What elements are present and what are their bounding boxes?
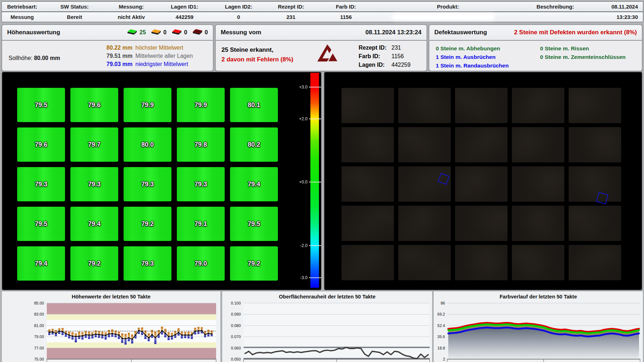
- colorbar-tick: -2.0: [300, 243, 321, 248]
- defekt-panel-header: Defektauswertung 2 Steine mit Defekten w…: [429, 25, 642, 41]
- defekt-list-right: 0 Steine m. Rissen0 Steine m. Zementeins…: [540, 44, 625, 61]
- stone-tile: 79.1: [177, 207, 225, 241]
- sollhoehe-value: 80.00 mm: [34, 55, 60, 61]
- stat-row: 79.03 mmniedrigster Mittelwert: [93, 60, 193, 68]
- camera-stone: [455, 245, 508, 280]
- svg-text:86: 86: [441, 301, 445, 305]
- camera-stone: [398, 88, 451, 123]
- svg-text:18.8: 18.8: [438, 346, 445, 350]
- hoehen-panel-header: Höhenauswertung 25000: [2, 25, 213, 41]
- stone-tile: 79.5: [17, 207, 65, 241]
- stat-value: 79.03 mm: [93, 60, 133, 68]
- colorbar-tick-label: -3.0: [300, 275, 308, 280]
- messung-line1: 25 Steine erkannt,: [221, 45, 293, 55]
- svg-text:0.070: 0.070: [231, 335, 241, 339]
- defekt-item: 1 Stein m. Ausbrüchen: [436, 53, 509, 61]
- stone-tile: 79.2: [124, 207, 171, 241]
- svg-text:79.00: 79.00: [34, 335, 44, 339]
- brick-counter: 0: [171, 29, 187, 36]
- stone-tile: 79.3: [124, 246, 171, 281]
- product-value-redacted: [392, 14, 495, 20]
- messung-timestamp: 08.11.2024 13:23:24: [365, 29, 421, 36]
- colorbar-tick: -3.0: [300, 275, 321, 280]
- stone-tile: 79.3: [124, 167, 171, 201]
- stone-height-value: 79.4: [88, 220, 100, 228]
- stone-tile: 79.3: [177, 167, 225, 201]
- stone-height-value: 79.3: [88, 181, 100, 188]
- stone-height-value: 79.9: [141, 101, 154, 109]
- camera-stone: [341, 88, 394, 123]
- panel-defektauswertung: Defektauswertung 2 Steine mit Defekten w…: [429, 24, 643, 71]
- defekt-item: 0 Steine m. Abhebungen: [436, 44, 509, 53]
- messung-panel-title: Messung vom: [221, 29, 261, 36]
- top-label-row: Betriebsart:SW Status:Messung:Lagen ID1:…: [1, 1, 643, 12]
- id-value: 231: [391, 45, 401, 51]
- id-label: Farb ID:: [359, 52, 391, 61]
- height-map-grid: 79.579.679.979.980.179.679.780.079.880.2…: [17, 88, 278, 281]
- stone-height-value: 79.9: [194, 101, 207, 109]
- hoehen-stats: 80.22 mmhöchster Mittelwert79.51 mmMitte…: [93, 44, 193, 68]
- colorbar-tick-line: [309, 87, 321, 87]
- camera-stone: [398, 127, 451, 162]
- panel-messung-vom: Messung vom 08.11.2024 13:23:24 25 Stein…: [215, 24, 427, 71]
- camera-stone: [398, 166, 451, 202]
- camera-stone: [512, 88, 564, 123]
- stone-height-value: 79.7: [88, 141, 100, 149]
- field-value: 1156: [318, 12, 374, 22]
- stone-height-value: 79.8: [194, 141, 207, 149]
- field-label: Lagen ID2:: [213, 2, 264, 11]
- height-map-view[interactable]: 79.579.679.979.980.179.679.780.079.880.2…: [1, 71, 322, 291]
- field-value: 13:23:30: [589, 12, 643, 22]
- stone-tile: 79.2: [70, 246, 118, 281]
- stat-row: 80.22 mmhöchster Mittelwert: [93, 44, 193, 52]
- camera-stone: [455, 166, 508, 202]
- chart-oberflaechenrauheit-svg: 0.0500.0600.0700.0800.0900.100: [222, 291, 432, 362]
- camera-grid: [341, 88, 621, 280]
- stone-tile: 80.2: [230, 127, 278, 162]
- defekt-item: 0 Steine m. Rissen: [540, 44, 625, 53]
- brick-counter: 0: [151, 29, 166, 36]
- camera-stone: [398, 206, 451, 241]
- stone-tile: 79.3: [17, 167, 65, 201]
- brick-green-icon: [127, 29, 138, 36]
- svg-text:35.6: 35.6: [438, 335, 445, 339]
- colorbar-tick: +3.0: [299, 85, 321, 90]
- panel-hoehenauswertung: Höhenauswertung 25000 Sollhöhe: 80.00 mm…: [1, 24, 214, 71]
- stone-tile: 79.9: [177, 88, 225, 122]
- id-value: 442259: [391, 62, 410, 68]
- chart-hoehenwerte-svg: 75.0077.0079.0081.0083.0085.00: [2, 291, 220, 362]
- camera-view[interactable]: [324, 71, 643, 291]
- stat-value: 80.22 mm: [93, 44, 133, 52]
- stone-tile: 80.1: [230, 88, 278, 122]
- stat-row: 79.51 mmMittelwerte aller Lagen: [93, 52, 193, 60]
- colorbar-tick-label: +3.0: [299, 85, 308, 90]
- stone-height-value: 79.2: [141, 220, 154, 228]
- stone-tile: 79.0: [177, 246, 225, 281]
- colorbar-tick-label: -2.0: [300, 243, 308, 248]
- id-row: Farb ID:1156: [359, 52, 410, 61]
- messung-summary: 25 Steine erkannt, 2 davon mit Fehlern (…: [221, 45, 293, 64]
- top-value-row: MessungBereitnicht Aktiv4422590231115613…: [1, 12, 643, 22]
- colorbar-tick: +2.0: [299, 116, 321, 121]
- stone-tile: 79.9: [124, 88, 171, 122]
- camera-stone: [569, 206, 621, 241]
- stone-tile: 79.2: [230, 246, 278, 281]
- field-label: Rezept ID:: [264, 2, 318, 11]
- field-label: 08.11.2024: [589, 2, 643, 11]
- colorbar-tick-line: [309, 182, 321, 182]
- chart-farbverlauf-svg: 218.835.652.469.286: [434, 291, 643, 362]
- camera-stone: [512, 245, 564, 280]
- brick-count: 0: [205, 29, 208, 36]
- stat-label: Mittelwerte aller Lagen: [135, 52, 193, 60]
- stone-height-value: 79.5: [35, 101, 47, 109]
- svg-text:0.090: 0.090: [231, 312, 241, 316]
- stone-tile: 79.4: [17, 246, 65, 281]
- field-value: 231: [264, 12, 318, 22]
- stone-height-value: 79.0: [194, 260, 207, 267]
- field-value: 0: [213, 12, 264, 22]
- id-value: 1156: [391, 53, 404, 59]
- camera-stone: [455, 88, 508, 123]
- field-label: SW Status:: [43, 2, 106, 11]
- stone-height-value: 80.0: [141, 141, 154, 149]
- colorbar-tick-label: +0.0: [299, 180, 308, 185]
